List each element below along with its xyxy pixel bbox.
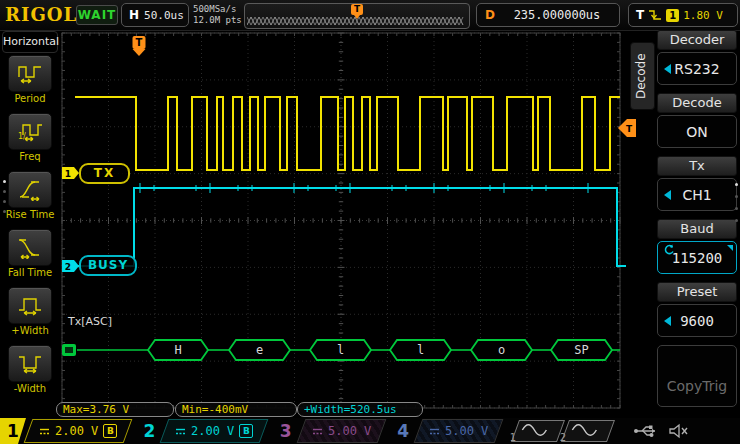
trigger-position-marker: T [133, 36, 146, 56]
trigger-source-badge: 1 [666, 9, 679, 22]
menu-item-copytrig[interactable]: CopyTrig [657, 345, 737, 407]
trigger-falling-edge-icon [648, 8, 662, 22]
menu-value: ON [686, 124, 708, 140]
menu-value: 115200 [672, 250, 723, 266]
period-icon [17, 64, 43, 84]
trigger-position-indicator[interactable]: T [351, 4, 363, 15]
acquisition-info: 500MSa/s 12.0M pts [193, 4, 242, 26]
timebase-label: H [129, 8, 139, 22]
menu-item-label: Period [14, 93, 45, 104]
plus-width-icon [17, 296, 43, 316]
menu-value: 9600 [680, 313, 714, 329]
menu-item-fall-time[interactable]: Fall Time [0, 229, 60, 278]
menu-header: Preset [657, 282, 737, 302]
oscilloscope-screen: HelloSP12TT RIGOL WAIT H 50.0us 500MSa/s… [0, 0, 740, 444]
ch2-signal-label: BUSY [79, 255, 137, 276]
dc-coupling-icon [175, 427, 186, 436]
channel-3-badge[interactable]: 3 [273, 418, 299, 444]
menu-item-decoder[interactable]: Decoder RS232 [657, 30, 737, 85]
menu-value: CH1 [682, 187, 711, 203]
measurement-max: Max=3.76 V [56, 402, 174, 417]
trigger-level-value: 1.80 V [683, 9, 723, 22]
speaker-muted-icon [669, 423, 689, 439]
timebase-value: 50.0us [144, 9, 184, 22]
menu-header: Decode [657, 93, 737, 113]
menu-item-baud[interactable]: Baud 115200 [657, 219, 737, 274]
menu-item-freq[interactable]: 1/ Freq [0, 113, 60, 162]
graticule [62, 33, 620, 408]
trigger-label: T [636, 8, 644, 22]
dc-coupling-icon [312, 427, 323, 436]
menu-item-minus-width[interactable]: -Width [0, 345, 60, 394]
delay-value: 235.000000us [503, 8, 619, 22]
channel-scale: 5.00 V [328, 424, 371, 438]
menu-item-label: Freq [19, 151, 40, 162]
svg-text:e: e [256, 343, 263, 357]
menu-header: Tx [657, 156, 737, 176]
bottom-bar: 1 2.00 V B 2 2.00 V B 3 5.00 V 4 [0, 418, 740, 444]
chevron-left-icon [664, 316, 671, 326]
decode-bus-label: Tx[ASC] [68, 315, 112, 328]
svg-text:1: 1 [65, 169, 71, 179]
dc-coupling-icon [429, 427, 440, 436]
menu-item-period[interactable]: Period [0, 55, 60, 104]
trigger-box[interactable]: T 1 1.80 V [628, 3, 738, 27]
menu-item-plus-width[interactable]: +Width [0, 287, 60, 336]
channel-4-badge[interactable]: 4 [390, 418, 416, 444]
waveform-display: HelloSP12TT [0, 0, 740, 444]
bandwidth-limit-badge: B [103, 424, 117, 438]
menu-item-label: +Width [11, 325, 48, 336]
minus-width-icon [17, 354, 43, 374]
ch2-ground-marker: 2 [62, 260, 79, 272]
ch1-signal-label: TX [79, 163, 130, 184]
channel-2-badge[interactable]: 2 [136, 418, 162, 444]
menu-item-label: -Width [14, 383, 46, 394]
delay-box[interactable]: D 235.000000us [476, 3, 620, 27]
source1-output-icon[interactable]: 1 [511, 420, 565, 442]
channel-1-slot[interactable]: 2.00 V B [24, 419, 133, 443]
svg-text:T: T [626, 124, 633, 134]
menu-item-tx-source[interactable]: Tx CH1 [657, 156, 737, 211]
usb-icon [633, 424, 659, 438]
decode-menu-tab: Decode [630, 42, 655, 110]
dc-coupling-icon [39, 427, 50, 436]
svg-text:l: l [417, 343, 424, 357]
sample-rate: 500MSa/s [193, 4, 242, 15]
menu-item-preset[interactable]: Preset 9600 [657, 282, 737, 337]
menu-item-rise-time[interactable]: Rise Time [0, 171, 60, 220]
timebase-box[interactable]: H 50.0us [121, 3, 189, 27]
channel-scale: 5.00 V [445, 424, 488, 438]
rigol-logo: RIGOL [5, 4, 77, 25]
decode-bus-marker [62, 344, 76, 356]
channel-4-slot[interactable]: 5.00 V [414, 419, 504, 443]
rise-time-icon [17, 179, 43, 201]
menu-value: CopyTrig [667, 378, 728, 394]
channel-2-slot[interactable]: 2.00 V B [160, 419, 269, 443]
fall-time-icon [17, 237, 43, 259]
chevron-left-icon [664, 190, 671, 200]
ch1-trace [75, 97, 620, 170]
svg-text:T: T [136, 37, 143, 48]
channel-3-slot[interactable]: 5.00 V [296, 419, 386, 443]
left-menu-title: Horizontal [2, 31, 58, 53]
svg-text:l: l [337, 343, 344, 357]
measurement-min: Min=-400mV [175, 402, 297, 417]
waveform-overview-strip[interactable]: T [244, 3, 470, 29]
right-menu-page-dots [735, 183, 738, 222]
channel-1-badge[interactable]: 1 [0, 418, 26, 444]
source2-output-icon[interactable]: 2 [561, 420, 615, 442]
channel-scale: 2.00 V [55, 424, 98, 438]
freq-icon: 1/ [17, 122, 43, 142]
menu-header: Decoder [657, 30, 737, 50]
ch1-ground-marker: 1 [62, 167, 79, 179]
left-menu-page-dots [3, 180, 6, 213]
menu-item-label: Rise Time [6, 209, 55, 220]
chevron-left-icon [664, 64, 671, 74]
menu-item-decode-on[interactable]: Decode ON [657, 93, 737, 148]
svg-text:SP: SP [574, 343, 588, 357]
menu-value: RS232 [674, 61, 719, 77]
bandwidth-limit-badge: B [240, 424, 254, 438]
decode-trace: HelloSP [77, 340, 620, 360]
measurement-pwidth: +Width=520.5us [297, 402, 423, 417]
knob-press-hint-icon [727, 245, 733, 251]
